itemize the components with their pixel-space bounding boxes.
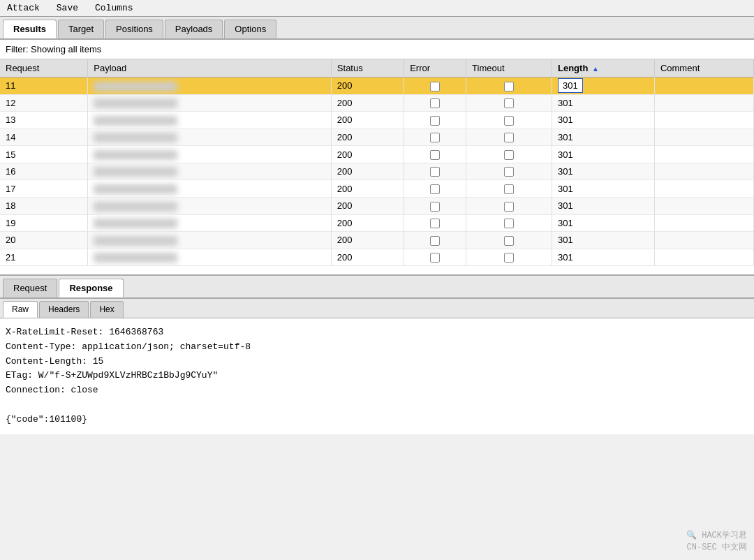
filter-bar: Filter: Showing all items [0, 40, 754, 59]
cell-timeout [466, 78, 552, 95]
cell-timeout [466, 146, 552, 163]
cell-request: 16 [0, 163, 88, 180]
tab-results[interactable]: Results [3, 20, 57, 38]
col-timeout[interactable]: Timeout [466, 59, 552, 78]
cell-request: 17 [0, 180, 88, 198]
cell-error [404, 128, 466, 146]
cell-length: 301 [552, 214, 655, 232]
cell-request: 20 [0, 232, 88, 249]
cell-error [404, 112, 466, 129]
cell-error [404, 94, 466, 112]
response-line: Content-Length: 15 [6, 355, 748, 369]
table-row[interactable]: 13200301 [0, 112, 754, 129]
cell-request: 21 [0, 249, 88, 266]
col-error[interactable]: Error [404, 59, 466, 78]
cell-status: 200 [331, 163, 404, 180]
cell-payload [88, 94, 332, 112]
cell-length: 301 [552, 78, 655, 95]
response-line: X-RateLimit-Reset: 1646368763 [6, 325, 748, 340]
menu-attack[interactable]: Attack [4, 1, 43, 15]
cell-comment [654, 163, 753, 180]
tab-request[interactable]: Request [3, 279, 57, 297]
cell-timeout [466, 112, 552, 129]
menu-columns[interactable]: Columns [92, 1, 136, 15]
cell-payload [88, 249, 332, 266]
cell-status: 200 [331, 146, 404, 163]
tab-response[interactable]: Response [59, 279, 123, 297]
cell-status: 200 [331, 249, 404, 266]
cell-request: 12 [0, 94, 88, 112]
cell-error [404, 180, 466, 198]
table-row[interactable]: 12200301 [0, 94, 754, 112]
filter-text: Filter: Showing all items [6, 44, 101, 54]
response-content: X-RateLimit-Reset: 1646368763Content-Typ… [0, 318, 754, 434]
cell-timeout [466, 94, 552, 112]
cell-timeout [466, 232, 552, 249]
cell-error [404, 146, 466, 163]
cell-status: 200 [331, 232, 404, 249]
table-row[interactable]: 21200301 [0, 249, 754, 266]
col-payload[interactable]: Payload [88, 59, 332, 78]
table-row[interactable]: 19200301 [0, 214, 754, 232]
table-row[interactable]: 15200301 [0, 146, 754, 163]
tab-payloads[interactable]: Payloads [165, 20, 223, 38]
tab-target[interactable]: Target [58, 20, 104, 38]
cell-comment [654, 180, 753, 198]
cell-error [404, 197, 466, 214]
col-request[interactable]: Request [0, 59, 88, 78]
sub-tab-raw[interactable]: Raw [3, 301, 38, 318]
col-status[interactable]: Status [331, 59, 404, 78]
cell-comment [654, 197, 753, 214]
tab-options[interactable]: Options [224, 20, 276, 38]
cell-payload [88, 78, 332, 95]
results-table: Request Payload Status Error Timeout Len… [0, 59, 754, 266]
cell-length: 301 [552, 180, 655, 198]
col-length[interactable]: Length ▲ [552, 59, 655, 78]
sub-tab-hex[interactable]: Hex [90, 301, 123, 318]
table-row[interactable]: 11200301 [0, 78, 754, 95]
response-line: {"code":101100} [6, 413, 748, 427]
response-line [6, 398, 748, 413]
cell-comment [654, 94, 753, 112]
cell-timeout [466, 197, 552, 214]
cell-error [404, 214, 466, 232]
tab-positions[interactable]: Positions [105, 20, 163, 38]
cell-payload [88, 214, 332, 232]
cell-timeout [466, 214, 552, 232]
table-row[interactable]: 16200301 [0, 163, 754, 180]
cell-status: 200 [331, 94, 404, 112]
table-row[interactable]: 17200301 [0, 180, 754, 198]
cell-status: 200 [331, 197, 404, 214]
cell-payload [88, 163, 332, 180]
cell-comment [654, 249, 753, 266]
cell-comment [654, 232, 753, 249]
response-line: ETag: W/"f-S+ZUWpd9XLVzHRBCz1BbJg9CYuY" [6, 369, 748, 383]
menu-save[interactable]: Save [54, 1, 81, 15]
bottom-tab-bar: Request Response [0, 276, 754, 299]
cell-payload [88, 232, 332, 249]
col-comment[interactable]: Comment [654, 59, 753, 78]
table-header-row: Request Payload Status Error Timeout Len… [0, 59, 754, 78]
cell-error [404, 232, 466, 249]
table-row[interactable]: 18200301 [0, 197, 754, 214]
cell-comment [654, 214, 753, 232]
cell-payload [88, 180, 332, 198]
table-row[interactable]: 14200301 [0, 128, 754, 146]
cell-length: 301 [552, 232, 655, 249]
sort-arrow-icon: ▲ [592, 65, 599, 73]
table-row[interactable]: 20200301 [0, 232, 754, 249]
cell-status: 200 [331, 78, 404, 95]
cell-payload [88, 146, 332, 163]
cell-status: 200 [331, 214, 404, 232]
menu-bar: Attack Save Columns [0, 0, 754, 17]
cell-payload [88, 128, 332, 146]
sub-tab-headers[interactable]: Headers [39, 301, 89, 318]
cell-request: 14 [0, 128, 88, 146]
bottom-panel: Request Response Raw Headers Hex X-RateL… [0, 276, 754, 434]
cell-length: 301 [552, 128, 655, 146]
cell-comment [654, 146, 753, 163]
results-table-container[interactable]: Request Payload Status Error Timeout Len… [0, 59, 754, 276]
cell-request: 15 [0, 146, 88, 163]
cell-status: 200 [331, 128, 404, 146]
cell-timeout [466, 163, 552, 180]
